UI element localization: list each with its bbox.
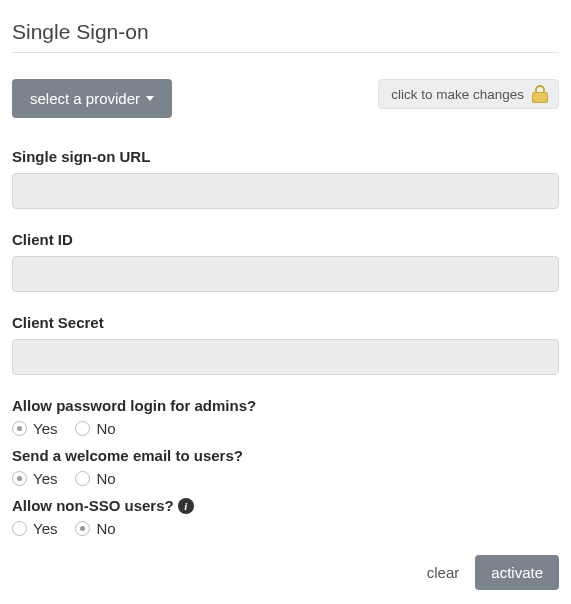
radio-icon <box>12 421 27 436</box>
allow-non-sso-label-text: Allow non-SSO users? <box>12 497 174 514</box>
allow-password-admins-label: Allow password login for admins? <box>12 397 559 414</box>
allow-non-sso-no[interactable]: No <box>75 520 115 537</box>
radio-label: No <box>96 520 115 537</box>
sso-url-field: Single sign-on URL <box>12 148 559 209</box>
radio-icon <box>75 421 90 436</box>
client-id-input[interactable] <box>12 256 559 292</box>
radio-label: Yes <box>33 470 57 487</box>
divider <box>12 52 559 53</box>
top-row: select a provider click to make changes <box>12 79 559 118</box>
footer: clear activate <box>12 555 559 590</box>
allow-password-admins-yes[interactable]: Yes <box>12 420 57 437</box>
caret-down-icon <box>146 96 154 101</box>
radio-label: No <box>96 470 115 487</box>
unlock-changes-button[interactable]: click to make changes <box>378 79 559 109</box>
welcome-email-group: Yes No <box>12 470 559 487</box>
client-secret-input[interactable] <box>12 339 559 375</box>
radio-icon <box>75 471 90 486</box>
page-title: Single Sign-on <box>12 20 559 44</box>
radio-label: Yes <box>33 420 57 437</box>
sso-url-label: Single sign-on URL <box>12 148 559 165</box>
welcome-email-yes[interactable]: Yes <box>12 470 57 487</box>
radio-label: Yes <box>33 520 57 537</box>
client-secret-field: Client Secret <box>12 314 559 375</box>
radio-icon <box>12 521 27 536</box>
allow-password-admins-group: Yes No <box>12 420 559 437</box>
clear-button[interactable]: clear <box>427 564 460 581</box>
allow-non-sso-yes[interactable]: Yes <box>12 520 57 537</box>
sso-url-input[interactable] <box>12 173 559 209</box>
client-id-field: Client ID <box>12 231 559 292</box>
select-provider-button[interactable]: select a provider <box>12 79 172 118</box>
lock-icon <box>532 85 548 103</box>
unlock-label: click to make changes <box>391 87 524 102</box>
client-secret-label: Client Secret <box>12 314 559 331</box>
activate-button[interactable]: activate <box>475 555 559 590</box>
welcome-email-label: Send a welcome email to users? <box>12 447 559 464</box>
radio-icon <box>12 471 27 486</box>
select-provider-label: select a provider <box>30 90 140 107</box>
welcome-email-no[interactable]: No <box>75 470 115 487</box>
client-id-label: Client ID <box>12 231 559 248</box>
radio-label: No <box>96 420 115 437</box>
allow-password-admins-no[interactable]: No <box>75 420 115 437</box>
allow-non-sso-label: Allow non-SSO users? i <box>12 497 559 514</box>
info-icon[interactable]: i <box>178 498 194 514</box>
allow-non-sso-group: Yes No <box>12 520 559 537</box>
radio-icon <box>75 521 90 536</box>
